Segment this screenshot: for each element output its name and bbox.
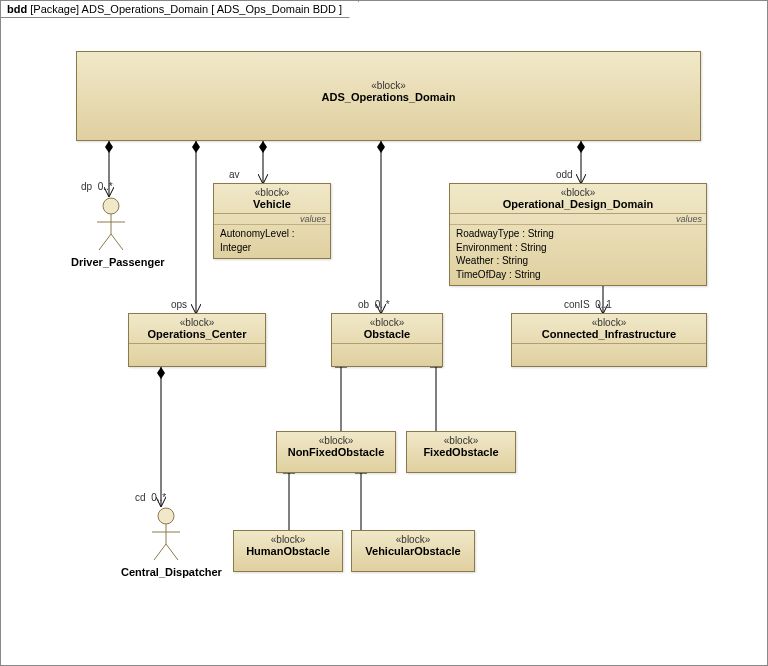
role-cd: cd 0..* [135, 492, 166, 503]
block-name: Operations_Center [133, 328, 261, 340]
frame-package-label: [Package] [30, 3, 79, 15]
actor-icon [146, 506, 186, 564]
frame-tab: bdd [Package] ADS_Operations_Domain [ AD… [1, 1, 359, 18]
svg-line-20 [166, 544, 178, 560]
block-vehicular-obstacle: «block» VehicularObstacle [351, 530, 475, 572]
role-dp: dp 0..* [81, 181, 113, 192]
attr: AutonomyLevel : Integer [220, 227, 324, 254]
block-operations-center: «block» Operations_Center [128, 313, 266, 367]
block-operational-design-domain: «block» Operational_Design_Domain values… [449, 183, 707, 286]
section-label: values [450, 214, 706, 225]
attr: Environment : String [456, 241, 700, 255]
block-nonfixed-obstacle: «block» NonFixedObstacle [276, 431, 396, 473]
actor-central-dispatcher: Central_Dispatcher [121, 506, 211, 578]
role-conis: conIS 0..1 [564, 299, 612, 310]
block-ads-operations-domain: «block» ADS_Operations_Domain [76, 51, 701, 141]
stereotype: «block» [281, 435, 391, 446]
actor-driver-passenger: Driver_Passenger [71, 196, 151, 268]
block-obstacle: «block» Obstacle [331, 313, 443, 367]
block-name: Operational_Design_Domain [454, 198, 702, 210]
section-label: values [214, 214, 330, 225]
svg-line-15 [111, 234, 123, 250]
actor-label: Central_Dispatcher [121, 566, 211, 578]
attr: TimeOfDay : String [456, 268, 700, 282]
block-name: Obstacle [336, 328, 438, 340]
block-name: FixedObstacle [411, 446, 511, 458]
role-ops: ops [171, 299, 187, 310]
block-human-obstacle: «block» HumanObstacle [233, 530, 343, 572]
attrs: RoadwayType : String Environment : Strin… [450, 225, 706, 285]
stereotype: «block» [411, 435, 511, 446]
block-name: Vehicle [218, 198, 326, 210]
frame-diagram-name: ADS_Ops_Domain BDD [217, 3, 336, 15]
stereotype: «block» [238, 534, 338, 545]
role-odd: odd [556, 169, 573, 180]
attr: RoadwayType : String [456, 227, 700, 241]
block-fixed-obstacle: «block» FixedObstacle [406, 431, 516, 473]
attrs: AutonomyLevel : Integer [214, 225, 330, 258]
actor-label: Driver_Passenger [71, 256, 151, 268]
diagram-frame: bdd [Package] ADS_Operations_Domain [ AD… [0, 0, 768, 666]
block-name: VehicularObstacle [356, 545, 470, 557]
stereotype: «block» [356, 534, 470, 545]
block-vehicle: «block» Vehicle values AutonomyLevel : I… [213, 183, 331, 259]
block-connected-infrastructure: «block» Connected_Infrastructure [511, 313, 707, 367]
frame-kind: bdd [7, 3, 27, 15]
attr: Weather : String [456, 254, 700, 268]
stereotype: «block» [133, 317, 261, 328]
stereotype: «block» [218, 187, 326, 198]
block-name: ADS_Operations_Domain [81, 91, 696, 103]
stereotype: «block» [336, 317, 438, 328]
stereotype: «block» [81, 80, 696, 91]
block-name: NonFixedObstacle [281, 446, 391, 458]
stereotype: «block» [454, 187, 702, 198]
svg-point-11 [103, 198, 119, 214]
svg-line-19 [154, 544, 166, 560]
stereotype: «block» [516, 317, 702, 328]
frame-package-name: ADS_Operations_Domain [82, 3, 209, 15]
role-av: av [229, 169, 240, 180]
svg-line-14 [99, 234, 111, 250]
block-name: Connected_Infrastructure [516, 328, 702, 340]
block-name: HumanObstacle [238, 545, 338, 557]
svg-point-16 [158, 508, 174, 524]
role-ob: ob 0..* [358, 299, 390, 310]
actor-icon [91, 196, 131, 254]
